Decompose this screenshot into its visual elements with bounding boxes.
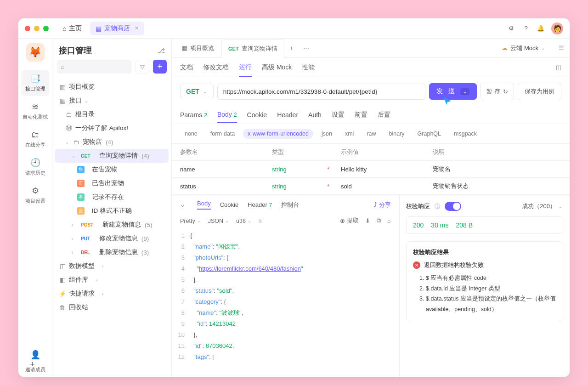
panel-layout-icon[interactable]: ◫ [556,64,561,71]
avatar[interactable]: 🧑 [551,23,563,34]
nav-invite[interactable]: 👤+ 邀请成员 [22,351,49,377]
app-logo[interactable]: 🦊 [26,43,45,62]
status-code-select[interactable]: 成功（200） ⌄ [522,202,563,210]
param-row[interactable]: status string * sold 宠物销售状态 [172,178,570,195]
maximize-window-icon[interactable] [43,26,49,31]
req-tab-params[interactable]: Params2 [180,107,207,123]
body-type-raw[interactable]: raw [362,129,380,139]
download-icon[interactable]: ⬇ [365,217,370,224]
tab-project-overview[interactable]: ▦项目概览 [175,39,220,57]
tree-petshop-folder[interactable]: ⌄🗀宠物店(4) [55,135,169,149]
req-tab-auth[interactable]: Auth [308,107,322,123]
response-body-code[interactable]: 1{2 "name": "闲饭宝",3 "photoUrls": [4 "htt… [172,227,399,377]
method-select[interactable]: GET⌄ [180,84,214,99]
copy-icon[interactable]: ⧉ [377,217,381,224]
validate-toggle[interactable] [445,202,461,211]
more-tabs-icon[interactable]: ⋯ [299,45,314,51]
settings-icon[interactable]: ⚙ [507,24,515,33]
req-tab-pre[interactable]: 前置 [355,107,368,123]
req-tab-cookie[interactable]: Cookie [247,107,267,123]
tab-api-detail[interactable]: GET查询宠物详情 [221,39,284,58]
tree-data-model[interactable]: ◫数据模型 › [55,259,169,273]
api-tab-perf[interactable]: 性能 [302,59,315,76]
nav-share[interactable]: 🗂 在线分享 [22,126,49,152]
tree-recycle[interactable]: 🗑回收站 [55,301,169,314]
filter-button[interactable]: ▽ [136,60,149,74]
search-code-icon[interactable]: ⌕ [387,218,391,224]
body-type-urlencoded[interactable]: x-www-form-urlencoded [243,129,313,139]
environment-select[interactable]: ☁云端 Mock⌄ [497,42,550,54]
resp-tab-body[interactable]: Body [197,200,211,210]
nav-history[interactable]: 🕘 请求历史 [22,154,49,180]
search-input[interactable] [57,60,132,74]
send-dropdown-icon[interactable]: ⌄ [460,88,469,95]
nav-api-management[interactable]: 📑 接口管理 [22,70,49,96]
view-mode-select[interactable]: Pretty ⌄ [180,218,202,224]
add-tab-button[interactable]: + [285,45,298,51]
home-tab[interactable]: ⌂ 主页 [58,23,86,34]
tree-case-onsale[interactable]: 售 在售宠物 [55,163,169,176]
tree-case-sold[interactable]: 正 已售出宠物 [55,176,169,190]
project-tab[interactable]: ▦ 宠物商店 ✕ [90,22,144,35]
extract-button[interactable]: ⊕ 提取 [340,217,359,225]
body-type-formdata[interactable]: form-data [206,129,240,139]
tree-component-lib[interactable]: ◧组件库 › [55,273,169,287]
tree-api-del-pet[interactable]: ›DEL 删除宠物信息(3) [55,245,169,259]
save-draft-button[interactable]: 暂 存↻ [481,83,514,100]
nav-automation-test[interactable]: ≋ 自动化测试 [22,98,49,124]
add-button[interactable]: + [153,60,167,74]
req-tab-header[interactable]: Header [277,107,298,123]
body-type-none[interactable]: none [180,129,202,139]
branch-icon[interactable]: ⎇ [158,47,165,54]
body-type-json[interactable]: json [317,129,337,139]
tree-api-put-pet[interactable]: ›PUT 修改宠物信息(9) [55,232,169,245]
format-select[interactable]: JSON ⌄ [208,218,230,224]
api-tab-doc[interactable]: 文档 [180,59,193,76]
tree-case-notfound[interactable]: 本 记录不存在 [55,190,169,204]
body-type-msgpack[interactable]: msgpack [449,129,481,139]
close-window-icon[interactable] [25,26,30,31]
req-tab-body[interactable]: Body2 [217,107,237,123]
settings-nav-icon: ⚙ [30,186,40,196]
notification-icon[interactable]: 🔔 [537,24,545,33]
body-type-binary[interactable]: binary [384,129,409,139]
tree-interface-root[interactable]: ▦接口 ⌄ [55,94,169,108]
share-response-button[interactable]: ⤴分享 [374,201,391,209]
encoding-select[interactable]: utf8 ⌄ [236,218,252,224]
tree-api-post-pet[interactable]: ›POST 新建宠物信息(5) [55,218,169,232]
status-badge: 本 [77,193,85,201]
tree-api-get-pet[interactable]: ⌄GET 查询宠物详情(4) [55,149,169,163]
send-button[interactable]: 发 送⌄ [429,83,477,100]
nav-project-settings[interactable]: ⚙ 项目设置 [22,182,49,208]
resp-tab-console[interactable]: 控制台 [281,201,299,209]
resp-tab-cookie[interactable]: Cookie [220,201,238,208]
req-tab-settings[interactable]: 设置 [332,107,345,123]
datamodel-icon: ◫ [59,262,66,270]
chevron-right-icon: › [102,291,107,296]
tree-case-badid[interactable]: 云 ID 格式不正确 [55,204,169,218]
close-tab-icon[interactable]: ✕ [135,25,139,31]
param-row[interactable]: name string * Hello kitty 宠物名 [172,161,570,178]
chevron-down-icon: ⌄ [197,218,202,223]
minimize-window-icon[interactable] [34,26,40,31]
url-input[interactable] [217,84,426,100]
home-icon: ⌂ [62,25,66,32]
api-tab-run[interactable]: 运行 [239,58,252,77]
save-as-case-button[interactable]: 保存为用例 [518,83,561,100]
wrap-icon[interactable]: ≡ [259,218,262,224]
body-type-graphql[interactable]: GraphQL [413,129,446,139]
api-tab-mock[interactable]: 高级 Mock [262,59,292,76]
info-icon[interactable]: ⓘ [435,203,440,210]
api-tab-edit-doc[interactable]: 修改文档 [203,59,229,76]
resp-tab-header[interactable]: Header7 [248,201,272,208]
help-icon[interactable]: ? [522,24,530,33]
chevron-down-icon: ⌄ [203,89,208,94]
req-tab-post[interactable]: 后置 [378,107,390,123]
tree-root-dir[interactable]: 🗀根目录 [55,108,169,121]
body-type-xml[interactable]: xml [340,129,358,139]
tree-quickstart[interactable]: Ⓜ一分钟了解 Apifox! [55,121,169,135]
layout-toggle-icon[interactable]: ☰ [557,43,566,53]
tree-overview[interactable]: ▦项目概览 [55,80,169,94]
tree-quick-request[interactable]: ⚡快捷请求 › [55,287,169,301]
collapse-response-icon[interactable]: ⌄ [180,201,185,208]
